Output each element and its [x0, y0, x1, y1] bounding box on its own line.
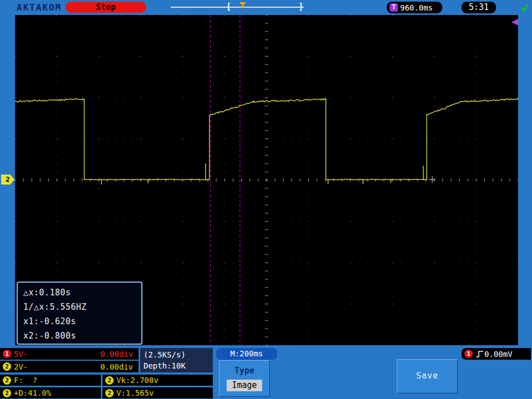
memory-depth: Depth:10K [144, 360, 213, 371]
meas-channel-badge: 2 [105, 376, 114, 385]
status-check-icon [520, 3, 529, 12]
meas-value: Vk:2.708v [116, 376, 158, 385]
hpos-left-bracket: [ [226, 1, 232, 12]
trigger-source-badge: 1 [464, 350, 473, 358]
cursor-x1: x1:-0.620s [23, 314, 141, 329]
channel1-scale: 5V- [14, 350, 28, 359]
trigger-time-box: T 960.0ms [387, 2, 442, 13]
channel2-level-marker[interactable]: 2 [1, 175, 14, 185]
timebase-badge: M:200ms [216, 348, 277, 360]
measurement-duty: 2 +D:41.0% [0, 387, 101, 398]
cursor-delta-x: △x:0.180s [23, 285, 141, 300]
clock: 5:31 [462, 2, 496, 13]
type-button-value: Image [227, 380, 262, 391]
meas-channel-badge: 2 [3, 376, 11, 385]
meas-value: F: ? [14, 376, 37, 385]
type-button-label: Type [219, 366, 269, 376]
horizontal-position-line [171, 7, 304, 8]
channel1-status-row: 1 5V- 0.00div [0, 348, 139, 360]
channel2-scale: 2V- [14, 362, 28, 371]
measurement-voltage: 2 V:1.565v [103, 387, 213, 398]
channel2-status-row: 2 2V- 0.00div [0, 361, 139, 372]
cursor-inverse-delta-x: 1/△x:5.556HZ [23, 300, 141, 314]
save-button[interactable]: Save [397, 359, 458, 393]
channel1-offset: 0.00div [100, 350, 133, 359]
hpos-right-bracket: ] [298, 1, 304, 12]
acquisition-panel: (2.5KS/s) Depth:10K [140, 348, 213, 372]
measurement-vk: 2 Vk:2.708v [103, 375, 213, 386]
channel2-badge: 2 [3, 362, 11, 371]
type-button[interactable]: Type Image [219, 360, 270, 397]
meas-value: +D:41.0% [14, 388, 51, 397]
cursor-x2: x2:-0.800s [23, 329, 141, 343]
meas-channel-badge: 2 [105, 389, 114, 397]
sample-rate: (2.5KS/s) [144, 349, 213, 360]
meas-value: V:1.565v [116, 388, 154, 397]
trigger-level: 0.00mV [484, 350, 513, 359]
trigger-time-icon: T [390, 3, 398, 12]
trigger-status-box: 1 0.00mV [462, 348, 531, 360]
rising-edge-icon [475, 350, 484, 359]
trigger-time-value: 960.0ms [400, 3, 433, 12]
measurement-frequency: 2 F: ? [0, 375, 101, 386]
channel2-offset: 0.00div [100, 362, 133, 371]
trigger-position-marker-icon[interactable] [239, 2, 246, 9]
cursor-readout-panel: △x:0.180s 1/△x:5.556HZ x1:-0.620s x2:-0.… [17, 282, 142, 345]
oscilloscope-screen: AKTAKOM Stop [ ] T 960.0ms 5:31 2 △x:0.1… [0, 0, 532, 399]
meas-channel-badge: 2 [3, 389, 11, 397]
channel1-badge: 1 [3, 350, 11, 358]
brand-logo: AKTAKOM [17, 2, 62, 13]
run-state-badge: Stop [65, 2, 146, 13]
